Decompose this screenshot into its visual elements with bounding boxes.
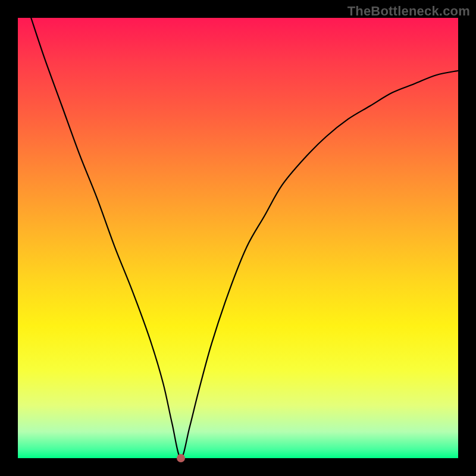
chart-frame: TheBottleneck.com: [0, 0, 476, 476]
bottleneck-curve: [18, 18, 458, 458]
watermark-text: TheBottleneck.com: [347, 4, 470, 19]
minimum-marker-dot: [177, 454, 185, 462]
plot-area: [18, 18, 458, 458]
